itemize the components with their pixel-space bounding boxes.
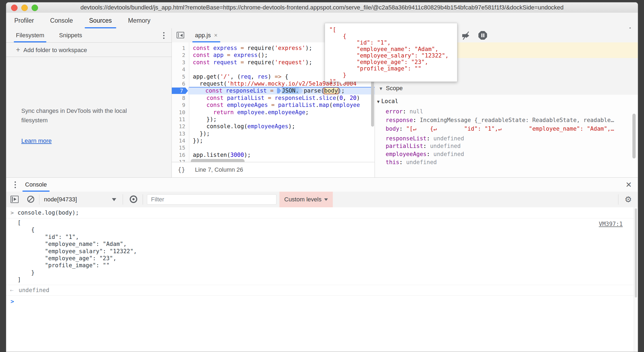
line-number[interactable]: 14 [172, 137, 189, 144]
tab-console[interactable]: Console [42, 13, 81, 28]
learn-more-link[interactable]: Learn more [21, 137, 52, 144]
code-line: 14}); [172, 137, 375, 144]
line-number[interactable]: 10 [172, 109, 189, 116]
code-text: const partialList = responseList.slice(0… [189, 94, 375, 101]
variable-value: undefined [433, 135, 464, 142]
line-number[interactable]: 12 [172, 123, 189, 130]
line-number[interactable]: 6 [172, 80, 189, 87]
line-number[interactable]: 11 [172, 116, 189, 123]
console-sidebar-icon[interactable] [11, 196, 19, 203]
code-text: console.log(employeeAges); [189, 123, 375, 130]
variable-name: this [386, 159, 399, 165]
step-marker-icon[interactable] [299, 88, 303, 93]
minimize-window-button[interactable] [21, 5, 28, 11]
scope-variable-row[interactable]: this: undefined [386, 159, 637, 165]
close-drawer-icon[interactable]: ✕ [626, 180, 632, 189]
add-folder-label: Add folder to workspace [23, 47, 87, 53]
scope-variable-row[interactable]: responseList: undefined [386, 135, 637, 142]
toolbar-divider [143, 194, 143, 205]
navigator-tab-bar: Filesystem Snippets [6, 28, 172, 43]
tab-memory[interactable]: Memory [120, 13, 159, 28]
scope-variable-row[interactable]: employeeAges: undefined [386, 151, 637, 157]
close-window-button[interactable] [11, 5, 18, 11]
filter-input[interactable] [147, 194, 276, 205]
chevron-down-icon: ▼ [377, 99, 380, 104]
pause-on-exceptions-icon[interactable] [478, 31, 487, 40]
log-levels-label: Custom levels [284, 196, 321, 203]
console-output[interactable]: > console.log(body); [ { "id": "1", "emp… [6, 207, 638, 352]
tab-snippets[interactable]: Snippets [59, 28, 82, 42]
variable-name: error [386, 108, 403, 115]
line-number[interactable]: 17 [172, 158, 189, 162]
scope-pane: ▼Local error: null▶response: IncomingMes… [375, 95, 638, 177]
clear-console-icon[interactable] [27, 196, 34, 203]
scope-local-header[interactable]: ▼Local [377, 98, 398, 104]
scope-variable-row[interactable]: partialList: undefined [386, 143, 637, 149]
line-number[interactable]: 1 [172, 45, 189, 52]
line-number[interactable]: 16 [172, 151, 189, 158]
chevron-down-icon [324, 198, 328, 201]
pretty-print-icon[interactable]: {} [178, 162, 185, 177]
scope-variable-row[interactable]: ▶response: IncomingMessage {_readableSta… [386, 117, 637, 123]
code-line: 13 }); [172, 130, 375, 137]
live-expression-icon[interactable] [130, 195, 137, 203]
sidebar-scrollbar[interactable] [632, 114, 636, 158]
line-number[interactable]: 3 [172, 59, 189, 66]
tab-profiler[interactable]: Profiler [6, 13, 42, 28]
variable-value: undefined [430, 143, 461, 149]
log-levels-dropdown[interactable]: Custom levels [279, 192, 333, 207]
evaluated-token[interactable]: body [324, 87, 338, 94]
scope-title: Scope [386, 85, 403, 92]
code-line: 8 const partialList = responseList.slice… [172, 94, 375, 101]
console-scrollbar-track[interactable] [634, 207, 638, 352]
line-number[interactable]: 4 [172, 66, 189, 73]
variable-value: null [410, 108, 423, 115]
console-settings-gear-icon[interactable]: ⚙ [625, 192, 632, 207]
tab-sources[interactable]: Sources [81, 13, 120, 28]
window-title: devtools://devtools/bundled/js_app.html?… [28, 2, 616, 13]
line-number[interactable]: 13 [172, 130, 189, 137]
console-tab-bar: Console ✕ [6, 178, 638, 192]
tab-console-drawer[interactable]: Console [25, 178, 47, 192]
scope-variable-row[interactable]: error: null [386, 108, 637, 115]
editor-status-bar: {} Line 7, Column 26 [172, 162, 375, 177]
scope-variable-row[interactable]: body: "[↵ {↵ "id": "1",↵ "employee_name"… [386, 126, 637, 132]
editor-tab-label: app.js [195, 32, 211, 39]
line-number[interactable]: 15 [172, 144, 189, 151]
code-line-paused: 7 const responseList = JSON.parse(body); [172, 87, 375, 94]
variable-name: responseList [386, 135, 427, 142]
line-number[interactable]: 8 [172, 94, 189, 101]
navigator-more-options-icon[interactable] [160, 31, 168, 40]
console-command-echo: > console.log(body); [6, 207, 638, 218]
value-preview-tooltip: "[ { "id": "1", "employee_name": "Adam",… [325, 23, 457, 82]
code-line: 15 [172, 144, 375, 151]
step-marker-icon[interactable] [277, 88, 281, 93]
execution-context-selector[interactable]: node[94733] [44, 192, 77, 207]
breakpoint-badge[interactable]: 7 [172, 87, 188, 94]
chevron-down-icon[interactable] [112, 198, 116, 201]
variable-value: "[↵ {↵ "id": "1",↵ "employee_name": "Ada… [406, 126, 614, 132]
line-number[interactable]: 2 [172, 52, 189, 59]
code-line: 9 const employeeAges = partialList.map(e… [172, 101, 375, 109]
code-line: 10 return employee.employeeAge; [172, 109, 375, 116]
console-more-options-icon[interactable] [11, 180, 19, 189]
code-text: }); [189, 116, 375, 123]
line-number[interactable]: 9 [172, 101, 189, 109]
line-number[interactable]: 5 [172, 73, 189, 80]
console-scrollbar-thumb[interactable] [635, 208, 637, 297]
add-folder-button[interactable]: +Add folder to workspace [6, 42, 172, 57]
sync-description: Sync changes in DevTools with the local … [21, 106, 140, 125]
variable-name: response [386, 117, 413, 123]
code-text: const employeeAges = partialList.map(emp… [189, 101, 375, 109]
console-prompt-chevron[interactable]: > [11, 298, 14, 305]
chevron-down-icon: ▼ [379, 86, 383, 91]
cursor-position: Line 7, Column 26 [195, 162, 243, 177]
tab-filesystem[interactable]: Filesystem [16, 28, 44, 42]
close-tab-icon[interactable]: × [214, 32, 218, 39]
code-text [189, 144, 375, 151]
editor-tab-appjs[interactable]: app.js× [191, 28, 222, 42]
deactivate-breakpoints-icon[interactable] [462, 32, 471, 39]
toggle-navigator-icon[interactable] [177, 32, 184, 38]
source-location-link[interactable]: VM397:1 [599, 221, 623, 227]
code-line: 12 console.log(employeeAges); [172, 123, 375, 130]
